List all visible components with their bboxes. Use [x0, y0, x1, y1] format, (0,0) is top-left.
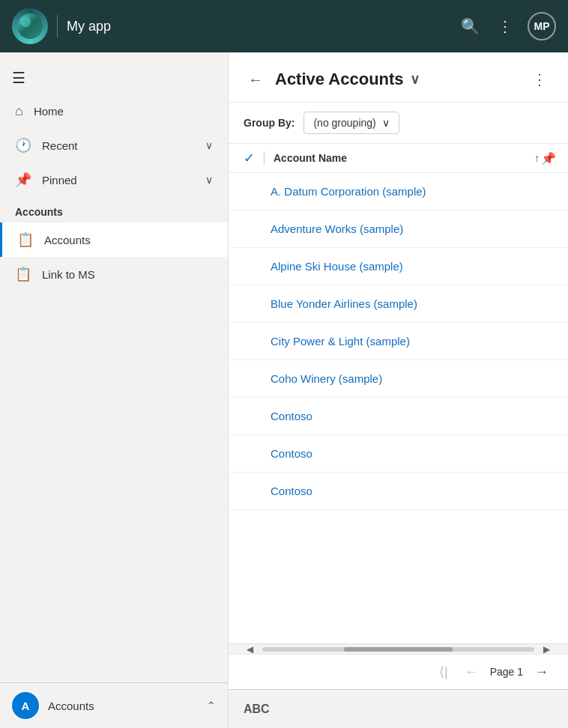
app-name: My app [67, 19, 458, 34]
recent-chevron: ∨ [205, 139, 213, 151]
app-logo [12, 8, 48, 44]
column-header: ✓ Account Name ↑ ∨ 📌 [229, 144, 568, 173]
bottom-avatar: A [12, 692, 39, 719]
panel-more-button[interactable]: ⋮ [526, 67, 553, 91]
list-item[interactable]: Contoso [229, 473, 568, 510]
list-item[interactable]: City Power & Light (sample) [229, 323, 568, 360]
account-name-text: Alpine Ski House (sample) [271, 260, 403, 273]
list-item[interactable]: Adventure Works (sample) [229, 210, 568, 248]
prev-page-button[interactable]: ← [460, 663, 483, 682]
clock-icon: 🕐 [15, 137, 31, 154]
scroll-thumb[interactable] [344, 647, 453, 652]
page-label: Page 1 [490, 666, 523, 678]
app-logo-inner [17, 13, 43, 39]
list-item[interactable]: Contoso [229, 398, 568, 435]
scroll-left-button[interactable]: ◀ [244, 644, 256, 655]
account-name-text: Adventure Works (sample) [271, 222, 403, 235]
horizontal-scrollbar[interactable]: ◀ ▶ [229, 643, 568, 654]
account-name-text: Blue Yonder Airlines (sample) [271, 297, 417, 310]
sidebar-top: ☰ ⌂ Home 🕐 Recent ∨ 📌 Pinned ∨ Accounts … [0, 52, 228, 300]
sidebar-item-pinned[interactable]: 📌 Pinned ∨ [0, 163, 228, 197]
group-by-chevron-icon: ∨ [382, 117, 390, 129]
top-header: My app 🔍 ⋮ MP [0, 0, 568, 52]
accounts-icon: 📋 [17, 231, 34, 248]
panel-title-text: Active Accounts [275, 70, 404, 89]
account-list: A. Datum Corporation (sample) Adventure … [229, 173, 568, 643]
list-item[interactable]: Coho Winery (sample) [229, 360, 568, 398]
group-by-dropdown[interactable]: (no grouping) ∨ [303, 112, 399, 134]
sidebar-bottom[interactable]: A Accounts ⌃ [0, 682, 228, 728]
account-name-text: Coho Winery (sample) [271, 372, 382, 385]
user-avatar[interactable]: MP [528, 12, 556, 40]
hamburger-button[interactable]: ☰ [0, 61, 37, 94]
check-icon: ✓ [244, 150, 255, 166]
account-name-text: Contoso [271, 410, 312, 422]
sidebar-item-link-to-ms[interactable]: 📋 Link to MS [0, 257, 228, 291]
sidebar-item-home[interactable]: ⌂ Home [0, 94, 228, 128]
header-divider [57, 15, 58, 37]
account-name-text: Contoso [271, 447, 312, 460]
link-icon: 📋 [15, 266, 31, 282]
scroll-track [262, 647, 534, 652]
pagination-bar: ⟨| ← Page 1 → [229, 654, 568, 689]
account-name-text: A. Datum Corporation (sample) [271, 185, 426, 198]
group-by-label: Group By: [244, 117, 294, 129]
first-page-button[interactable]: ⟨| [435, 662, 453, 682]
next-page-button[interactable]: → [531, 663, 553, 682]
sidebar-item-recent[interactable]: 🕐 Recent ∨ [0, 128, 228, 163]
list-item[interactable]: Contoso [229, 435, 568, 473]
pin-column-button[interactable]: 📌 [541, 151, 556, 166]
panel-header: ← Active Accounts ∨ ⋮ [229, 52, 568, 103]
abc-footer: ABC [229, 689, 568, 728]
panel-title: Active Accounts ∨ [275, 70, 519, 89]
header-more-button[interactable]: ⋮ [495, 14, 516, 38]
toolbar: Group By: (no grouping) ∨ [229, 103, 568, 144]
pin-icon: 📌 [15, 172, 31, 188]
scroll-right-button[interactable]: ▶ [540, 644, 553, 655]
bottom-label: Accounts [48, 700, 198, 712]
group-by-value: (no grouping) [313, 117, 375, 129]
header-icons: 🔍 ⋮ MP [458, 12, 556, 40]
right-panel: ← Active Accounts ∨ ⋮ Group By: (no grou… [229, 52, 568, 728]
accounts-section-header: Accounts [0, 197, 228, 222]
home-icon: ⌂ [15, 103, 23, 119]
main-area: ☰ ⌂ Home 🕐 Recent ∨ 📌 Pinned ∨ Accounts … [0, 52, 568, 728]
account-name-text: City Power & Light (sample) [271, 335, 410, 348]
account-name-text: Contoso [271, 485, 312, 497]
back-button[interactable]: ← [244, 70, 268, 90]
title-chevron-icon[interactable]: ∨ [410, 71, 420, 88]
abc-label: ABC [244, 703, 270, 716]
sort-ascending-icon[interactable]: ↑ [534, 152, 540, 164]
column-separator [264, 151, 265, 165]
list-item[interactable]: Alpine Ski House (sample) [229, 248, 568, 285]
bottom-chevron: ⌃ [207, 700, 216, 712]
sidebar: ☰ ⌂ Home 🕐 Recent ∨ 📌 Pinned ∨ Accounts … [0, 52, 229, 728]
account-name-column[interactable]: Account Name [274, 152, 528, 164]
sidebar-item-accounts[interactable]: 📋 Accounts [0, 222, 228, 257]
pinned-chevron: ∨ [205, 174, 213, 186]
list-item[interactable]: Blue Yonder Airlines (sample) [229, 285, 568, 323]
list-item[interactable]: A. Datum Corporation (sample) [229, 173, 568, 210]
search-button[interactable]: 🔍 [458, 14, 483, 38]
